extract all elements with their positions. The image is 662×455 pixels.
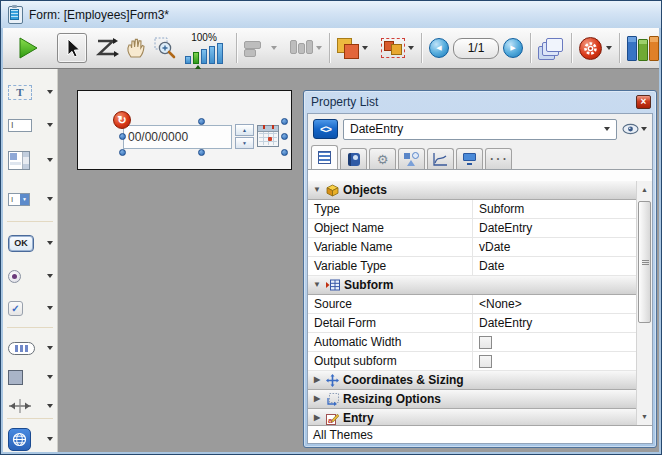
scroll-down-button[interactable]: ▼ <box>637 409 652 424</box>
text-tool-dropdown-icon[interactable] <box>47 90 53 94</box>
group-tool-button[interactable] <box>381 38 408 58</box>
tab-theme[interactable] <box>340 148 367 169</box>
selection-handle[interactable] <box>281 133 288 140</box>
splitter-tool[interactable] <box>8 395 53 417</box>
collapse-arrow-icon[interactable]: ▶ <box>312 394 322 404</box>
section-subform[interactable]: ▼ Subform <box>308 276 636 295</box>
listbox-tool-dropdown-icon[interactable] <box>47 158 53 162</box>
themes-footer[interactable]: All Themes <box>308 425 652 443</box>
select-tool-button[interactable] <box>57 33 87 63</box>
selection-handle[interactable] <box>281 118 288 125</box>
subform-badge[interactable]: ↻ <box>113 111 131 129</box>
tab-settings[interactable]: ⚙ <box>369 148 396 169</box>
web-area-tool[interactable] <box>8 427 53 451</box>
tool-separator <box>7 221 53 222</box>
zoom-bar-1[interactable] <box>185 56 191 64</box>
section-resizing-options[interactable]: ▶ Resizing Options <box>308 390 636 409</box>
checkbox-tool[interactable]: ✓ <box>8 297 53 319</box>
button-grid-tool[interactable] <box>8 337 53 359</box>
zoom-bar-4[interactable] <box>209 46 215 64</box>
actions-dropdown-icon[interactable] <box>606 46 612 50</box>
pan-hand-tool-button[interactable] <box>124 36 148 60</box>
run-form-button[interactable] <box>15 35 41 61</box>
section-coordinates-sizing[interactable]: ▶ Coordinates & Sizing <box>308 371 636 390</box>
input-tool-dropdown-icon[interactable] <box>47 123 53 127</box>
radio-tool-dropdown-icon[interactable] <box>47 274 53 278</box>
selection-handle[interactable] <box>119 133 126 140</box>
next-page-button[interactable]: ▶ <box>503 38 523 58</box>
expand-arrow-icon[interactable]: ▼ <box>312 280 322 290</box>
radio-button-tool[interactable] <box>8 265 53 287</box>
property-value[interactable]: DateEntry <box>472 314 532 332</box>
scroll-up-button[interactable]: ▲ <box>637 182 652 197</box>
checkbox-tool-dropdown-icon[interactable] <box>47 306 53 310</box>
button-tool[interactable]: OK <box>8 232 53 254</box>
property-scrollbar[interactable]: ▲ ▼ <box>636 181 652 425</box>
property-value[interactable]: <None> <box>472 295 522 313</box>
previous-page-button[interactable]: ◀ <box>429 38 449 58</box>
distribute-icon <box>289 40 311 56</box>
display-options-button[interactable] <box>538 37 564 59</box>
entry-order-tool-button[interactable] <box>93 36 119 60</box>
toolbar-separator <box>530 33 531 63</box>
property-label: Detail Form <box>308 316 376 330</box>
calendar-button[interactable] <box>257 125 279 147</box>
tab-display[interactable] <box>456 148 483 169</box>
section-objects[interactable]: ▼ Objects <box>308 181 636 200</box>
tab-events[interactable] <box>427 148 454 169</box>
close-button[interactable]: × <box>636 95 651 109</box>
actions-gear-button[interactable] <box>579 37 606 60</box>
listbox-tool[interactable] <box>8 147 53 173</box>
form-document-icon[interactable] <box>8 6 23 24</box>
text-tool[interactable]: T <box>8 81 53 103</box>
tab-more[interactable]: • • • <box>485 148 512 169</box>
property-value[interactable]: vDate <box>472 238 510 256</box>
code-editor-button[interactable]: <> <box>313 119 338 139</box>
property-tabs: ⚙ • • • <box>308 144 652 170</box>
level-dropdown-icon[interactable] <box>362 46 368 50</box>
collapse-arrow-icon[interactable]: ▶ <box>312 375 322 385</box>
web-area-dropdown-icon[interactable] <box>47 437 53 441</box>
group-dropdown-icon[interactable] <box>408 46 414 50</box>
view-filter-button[interactable] <box>622 123 647 135</box>
button-tool-dropdown-icon[interactable] <box>47 241 53 245</box>
expand-arrow-icon[interactable]: ▼ <box>312 185 322 195</box>
tab-all-properties[interactable] <box>311 145 338 169</box>
collapse-arrow-icon[interactable]: ▶ <box>312 413 322 423</box>
zoom-tool-button[interactable] <box>153 36 179 60</box>
combobox-tool-dropdown-icon[interactable] <box>47 197 53 201</box>
explorer-books-button[interactable] <box>627 36 659 61</box>
date-entry-field[interactable]: 00/00/0000 <box>123 125 232 149</box>
rectangle-tool-dropdown-icon[interactable] <box>47 375 53 379</box>
scroll-thumb[interactable] <box>638 201 651 323</box>
selection-handle[interactable] <box>281 149 288 156</box>
combobox-tool[interactable]: I ▼ <box>8 188 53 210</box>
selection-handle[interactable] <box>198 149 205 156</box>
property-value[interactable]: DateEntry <box>472 219 532 237</box>
output-subform-checkbox[interactable] <box>479 355 492 368</box>
object-selector-combobox[interactable]: DateEntry <box>343 119 617 140</box>
form-page[interactable]: ↻ 00/00/0000 ▲ ▼ <box>77 90 292 170</box>
spinner-down-icon[interactable]: ▼ <box>235 137 254 149</box>
property-list-titlebar[interactable]: Property List <box>304 91 656 113</box>
selection-handle[interactable] <box>198 118 205 125</box>
subform-icon <box>326 279 340 291</box>
page-indicator-text: 1/1 <box>468 41 485 55</box>
spinner-up-icon[interactable]: ▲ <box>235 124 254 136</box>
date-spinner[interactable]: ▲ ▼ <box>235 124 254 149</box>
rectangle-tool[interactable] <box>8 366 53 388</box>
input-tool[interactable]: I <box>8 114 53 136</box>
property-value[interactable]: Subform <box>472 200 524 218</box>
zoom-bar-current[interactable] <box>193 52 199 64</box>
splitter-tool-dropdown-icon[interactable] <box>47 404 53 408</box>
automatic-width-checkbox[interactable] <box>479 336 492 349</box>
selection-handle[interactable] <box>119 149 126 156</box>
zoom-level-control[interactable]: 100% <box>185 32 223 64</box>
zoom-bars[interactable] <box>185 43 223 64</box>
level-tool-button[interactable] <box>337 38 362 58</box>
zoom-bar-3[interactable] <box>201 49 207 64</box>
zoom-bar-5[interactable] <box>217 43 223 64</box>
button-grid-dropdown-icon[interactable] <box>47 346 53 350</box>
property-value[interactable]: Date <box>472 257 504 275</box>
tab-objects[interactable] <box>398 148 425 169</box>
